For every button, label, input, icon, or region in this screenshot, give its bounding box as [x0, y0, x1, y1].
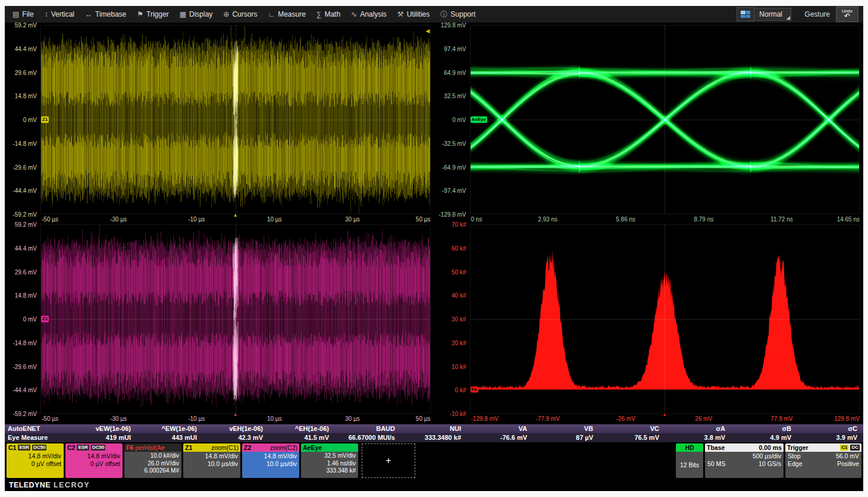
descriptor-timebase[interactable]: Tbase 0.00 ms 500 µs/div 50 MS 10 GS/s	[705, 443, 784, 478]
descriptor-z2[interactable]: Z2 zoom(C2) 14.8 mV/div 10.0 µs/div	[242, 443, 299, 478]
y-tick-label: 59.2 mV	[15, 22, 37, 29]
zero-level-tag[interactable]: Z1	[41, 117, 49, 123]
add-trace-plus-icon: +	[386, 455, 391, 466]
y-tick-label: -10 k#	[450, 411, 466, 417]
x-tick-label: -10 µs	[188, 216, 205, 223]
trigger-mode: Stop	[788, 452, 801, 460]
menu-item-cursors[interactable]: ⊕Cursors	[218, 6, 262, 23]
menu-item-file[interactable]: ▤File	[7, 6, 39, 23]
trigger-level-marker[interactable]: ◀	[426, 28, 430, 34]
trigger-type: Edge	[788, 460, 803, 468]
dropdown-corner-icon	[786, 16, 790, 20]
measure-column-header: vEW(1e-06)	[71, 424, 137, 433]
grid-display-button[interactable]	[737, 7, 754, 21]
y-tick-label: 44.4 mV	[15, 245, 37, 251]
tbase-label: Tbase	[707, 444, 725, 452]
c2-esr-badge: ESR	[77, 445, 89, 451]
descriptor-aeeye[interactable]: AeEye 32.5 mV/div 1.46 ns/div 333.348 k#	[301, 443, 358, 478]
aeeye-x-axis-labels: 0 ns2.93 ns5.86 ns8.79 ns11.72 ns14.65 n…	[470, 214, 860, 224]
y-tick-label: 29.6 mV	[15, 69, 37, 76]
menu-item-measure[interactable]: ∟Measure	[262, 6, 311, 23]
panel-z2: 59.2 mV44.4 mV29.6 mV14.8 mV0 mV-14.8 mV…	[6, 224, 431, 424]
measure-column-header: σA	[665, 424, 731, 433]
tbase-scale: 500 µs/div	[753, 452, 781, 460]
y-tick-label: -14.8 mV	[12, 140, 37, 146]
descriptor-z1[interactable]: Z1 zoom(C1) 14.8 mV/div 10.0 µs/div	[183, 443, 240, 478]
zero-level-tag[interactable]: F6	[471, 386, 478, 393]
x-tick-label: 30 µs	[345, 415, 360, 422]
zero-level-tag[interactable]: Z2	[41, 316, 49, 323]
c1-coupling-badge: DC50	[32, 445, 46, 451]
z2-waveform-area[interactable]: Z2	[40, 224, 431, 414]
menu-item-label: Measure	[278, 10, 306, 18]
trigger-time-marker[interactable]: ▲	[233, 212, 238, 218]
zero-level-tag[interactable]: AeEye	[471, 117, 487, 123]
menu-item-timebase[interactable]: ↔Timebase	[80, 6, 131, 23]
measure-value-row: Eye Measure 419 mUI443 mUI42.3 mV41.5 mV…	[5, 433, 863, 442]
c1-esr-badge: ESR	[18, 445, 30, 451]
descriptor-hd[interactable]: HD 12 Bits	[676, 443, 703, 478]
x-tick-label: -50 µs	[42, 216, 58, 223]
aeeye-vertical-scale: 32.5 mV/div	[303, 452, 356, 460]
undo-button[interactable]: Undo ↶	[836, 7, 858, 22]
descriptor-trigger[interactable]: Trigger C1 DC Stop 56.0 mV Edge Positive	[785, 443, 861, 478]
menu-item-display[interactable]: ▦Display	[174, 6, 218, 23]
measure-column-header: VA	[467, 424, 533, 433]
measure-column-header: NUI	[401, 424, 467, 433]
menu-item-analysis[interactable]: ∿Analysis	[346, 6, 392, 23]
measure-value: 3.8 mV	[665, 433, 731, 442]
grid-icon	[741, 11, 750, 18]
measure-row-label: Eye Measure	[5, 433, 71, 442]
descriptor-c2[interactable]: C2 ESR DC50 14.8 mV/div 0 µV offset	[65, 443, 123, 478]
trigger-time-marker[interactable]: ▲	[233, 412, 238, 417]
y-tick-label: 70 k#	[452, 221, 466, 228]
menu-item-label: File	[22, 10, 33, 18]
f6-vertical-scale: 10.0 k#/div	[127, 452, 179, 460]
x-tick-label: -10 µs	[188, 415, 205, 422]
z2-horizontal-scale: 10.0 µs/div	[245, 460, 297, 468]
measure-value: -76.6 mV	[467, 433, 533, 442]
measure-column-header: ^EH(1e-06)	[269, 424, 335, 433]
aeeye-waveform-area[interactable]: AeEye	[470, 25, 860, 214]
display-mode-label: Normal	[759, 10, 782, 18]
menu-item-trigger[interactable]: ⚑Trigger	[131, 6, 174, 23]
f6-population: 6.000264 M#	[127, 467, 179, 475]
waveform-grid: 59.2 mV44.4 mV29.6 mV14.8 mV0 mV-14.8 mV…	[5, 23, 863, 424]
descriptor-c1[interactable]: C1 ESR DC50 14.8 mV/div 0 µV offset	[7, 443, 64, 478]
z1-waveform-area[interactable]: Z1◀	[40, 25, 431, 214]
display-mode-button[interactable]: Normal	[754, 8, 791, 21]
f6-histogram-area[interactable]: F6	[470, 224, 860, 414]
y-tick-label: 30 k#	[452, 316, 466, 323]
add-trace-button[interactable]: +	[362, 443, 415, 478]
y-tick-label: -29.6 mV	[12, 164, 37, 170]
display-icon: ▦	[180, 10, 186, 18]
menu-item-math[interactable]: ∑Math	[311, 6, 346, 23]
measure-column-header: σB	[731, 424, 797, 433]
z1-label: Z1	[185, 444, 192, 452]
brand-logo-sub: LECROY	[54, 481, 90, 489]
x-tick-label: 10 µs	[267, 216, 282, 223]
menu-item-label: Math	[324, 10, 340, 18]
menu-item-vertical[interactable]: ↕Vertical	[39, 6, 80, 23]
z1-function: zoom(C1)	[211, 444, 239, 452]
timebase-icon: ↔	[85, 10, 92, 18]
y-tick-label: 97.4 mV	[444, 45, 466, 52]
y-tick-label: -44.4 mV	[12, 187, 37, 194]
descriptor-f6[interactable]: F6 perHist(Ae 10.0 k#/div 26.0 mV/div 6.…	[124, 443, 181, 478]
measure-value: 66.67000 MUI/s	[335, 433, 401, 442]
y-tick-label: -29.6 mV	[12, 363, 37, 370]
measure-column-header: vEH(1e-06)	[203, 424, 269, 433]
y-tick-label: -32.5 mV	[442, 140, 466, 146]
menu-items: ▤File↕Vertical↔Timebase⚑Trigger▦Display⊕…	[7, 6, 481, 23]
y-tick-label: 0 mV	[23, 117, 37, 123]
trigger-time-marker[interactable]: ▲	[662, 412, 667, 417]
menu-item-utilities[interactable]: ⚒Utilities	[392, 6, 435, 23]
x-tick-label: -50 µs	[42, 415, 58, 422]
c1-vertical-scale: 14.8 mV/div	[9, 452, 61, 460]
x-tick-label: -30 µs	[110, 415, 127, 422]
y-tick-label: 0 mV	[452, 117, 466, 123]
measurement-table: AutoENET vEW(1e-06)^EW(1e-06)vEH(1e-06)^…	[5, 424, 863, 442]
menu-item-support[interactable]: ⓘSupport	[435, 6, 481, 23]
z2-function: zoom(C2)	[270, 444, 297, 452]
c2-label: C2	[67, 444, 75, 452]
